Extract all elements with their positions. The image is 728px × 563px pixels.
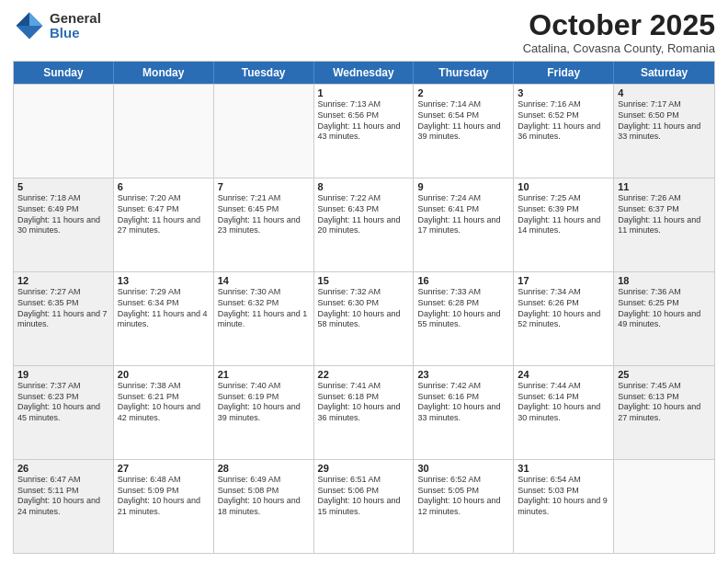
- header-day-monday: Monday: [114, 62, 214, 84]
- header-day-friday: Friday: [514, 62, 614, 84]
- day-number: 28: [218, 463, 310, 474]
- calendar-cell-5-6: 31Sunrise: 6:54 AM Sunset: 5:03 PM Dayli…: [514, 460, 614, 553]
- calendar-cell-2-3: 7Sunrise: 7:21 AM Sunset: 6:45 PM Daylig…: [214, 178, 314, 271]
- day-info: Sunrise: 7:21 AM Sunset: 6:45 PM Dayligh…: [218, 193, 310, 236]
- calendar-week-5: 26Sunrise: 6:47 AM Sunset: 5:11 PM Dayli…: [14, 459, 714, 553]
- header-day-sunday: Sunday: [14, 62, 114, 84]
- day-number: 29: [318, 463, 410, 474]
- day-info: Sunrise: 7:17 AM Sunset: 6:50 PM Dayligh…: [618, 99, 711, 143]
- day-number: 22: [318, 369, 410, 380]
- day-number: 13: [118, 275, 210, 286]
- calendar-cell-2-6: 10Sunrise: 7:25 AM Sunset: 6:39 PM Dayli…: [514, 178, 614, 271]
- day-info: Sunrise: 6:47 AM Sunset: 5:11 PM Dayligh…: [17, 475, 109, 518]
- day-number: 17: [518, 275, 609, 286]
- svg-marker-2: [17, 13, 29, 26]
- calendar-cell-5-7: [614, 460, 714, 553]
- calendar-cell-1-3: [214, 85, 314, 178]
- calendar-cell-4-4: 22Sunrise: 7:41 AM Sunset: 6:18 PM Dayli…: [314, 366, 415, 459]
- day-number: 18: [618, 275, 711, 286]
- calendar-cell-4-3: 21Sunrise: 7:40 AM Sunset: 6:19 PM Dayli…: [214, 366, 314, 459]
- calendar-cell-5-3: 28Sunrise: 6:49 AM Sunset: 5:08 PM Dayli…: [214, 460, 314, 553]
- calendar-week-1: 1Sunrise: 7:13 AM Sunset: 6:56 PM Daylig…: [14, 84, 714, 178]
- calendar-cell-1-5: 2Sunrise: 7:14 AM Sunset: 6:54 PM Daylig…: [414, 85, 514, 178]
- calendar-cell-3-5: 16Sunrise: 7:33 AM Sunset: 6:28 PM Dayli…: [414, 272, 514, 365]
- day-info: Sunrise: 7:27 AM Sunset: 6:35 PM Dayligh…: [17, 287, 109, 330]
- day-number: 4: [618, 87, 711, 98]
- calendar-cell-3-3: 14Sunrise: 7:30 AM Sunset: 6:32 PM Dayli…: [214, 272, 314, 365]
- month-title: October 2025: [523, 9, 715, 41]
- day-info: Sunrise: 7:41 AM Sunset: 6:18 PM Dayligh…: [318, 381, 410, 424]
- calendar-cell-1-7: 4Sunrise: 7:17 AM Sunset: 6:50 PM Daylig…: [614, 85, 714, 178]
- day-number: 10: [518, 181, 609, 192]
- day-number: 9: [417, 181, 509, 192]
- day-info: Sunrise: 7:33 AM Sunset: 6:28 PM Dayligh…: [417, 287, 509, 330]
- calendar-body: 1Sunrise: 7:13 AM Sunset: 6:56 PM Daylig…: [14, 84, 714, 553]
- calendar-cell-2-4: 8Sunrise: 7:22 AM Sunset: 6:43 PM Daylig…: [314, 178, 415, 271]
- calendar-cell-3-4: 15Sunrise: 7:32 AM Sunset: 6:30 PM Dayli…: [314, 272, 415, 365]
- day-info: Sunrise: 7:45 AM Sunset: 6:13 PM Dayligh…: [618, 381, 711, 424]
- day-info: Sunrise: 7:14 AM Sunset: 6:54 PM Dayligh…: [417, 99, 509, 143]
- day-number: 31: [518, 463, 609, 474]
- day-info: Sunrise: 6:52 AM Sunset: 5:05 PM Dayligh…: [417, 475, 509, 518]
- calendar-cell-4-1: 19Sunrise: 7:37 AM Sunset: 6:23 PM Dayli…: [14, 366, 114, 459]
- day-info: Sunrise: 7:36 AM Sunset: 6:25 PM Dayligh…: [618, 287, 711, 330]
- calendar-cell-5-4: 29Sunrise: 6:51 AM Sunset: 5:06 PM Dayli…: [314, 460, 415, 553]
- day-number: 21: [218, 369, 310, 380]
- calendar-cell-1-6: 3Sunrise: 7:16 AM Sunset: 6:52 PM Daylig…: [514, 85, 614, 178]
- calendar-cell-5-1: 26Sunrise: 6:47 AM Sunset: 5:11 PM Dayli…: [14, 460, 114, 553]
- header-day-wednesday: Wednesday: [314, 62, 415, 84]
- day-number: 15: [318, 275, 410, 286]
- day-info: Sunrise: 6:54 AM Sunset: 5:03 PM Dayligh…: [518, 475, 609, 518]
- calendar-cell-2-7: 11Sunrise: 7:26 AM Sunset: 6:37 PM Dayli…: [614, 178, 714, 271]
- calendar: SundayMondayTuesdayWednesdayThursdayFrid…: [13, 61, 715, 554]
- calendar-cell-4-5: 23Sunrise: 7:42 AM Sunset: 6:16 PM Dayli…: [414, 366, 514, 459]
- day-info: Sunrise: 7:20 AM Sunset: 6:47 PM Dayligh…: [118, 193, 210, 236]
- calendar-cell-5-2: 27Sunrise: 6:48 AM Sunset: 5:09 PM Dayli…: [114, 460, 214, 553]
- day-number: 7: [218, 181, 310, 192]
- day-info: Sunrise: 7:38 AM Sunset: 6:21 PM Dayligh…: [118, 381, 210, 424]
- calendar-week-4: 19Sunrise: 7:37 AM Sunset: 6:23 PM Dayli…: [14, 365, 714, 459]
- day-number: 30: [417, 463, 509, 474]
- logo: General Blue: [13, 9, 101, 42]
- day-info: Sunrise: 6:49 AM Sunset: 5:08 PM Dayligh…: [218, 475, 310, 518]
- logo-general-text: General: [50, 11, 101, 27]
- day-info: Sunrise: 7:32 AM Sunset: 6:30 PM Dayligh…: [318, 287, 410, 330]
- day-number: 23: [417, 369, 509, 380]
- logo-blue-text: Blue: [50, 26, 101, 41]
- calendar-week-3: 12Sunrise: 7:27 AM Sunset: 6:35 PM Dayli…: [14, 271, 714, 365]
- svg-marker-1: [29, 13, 42, 26]
- calendar-cell-3-7: 18Sunrise: 7:36 AM Sunset: 6:25 PM Dayli…: [614, 272, 714, 365]
- day-info: Sunrise: 7:16 AM Sunset: 6:52 PM Dayligh…: [518, 99, 609, 143]
- day-number: 2: [417, 87, 509, 98]
- day-number: 26: [17, 463, 109, 474]
- day-number: 8: [318, 181, 410, 192]
- day-info: Sunrise: 7:13 AM Sunset: 6:56 PM Dayligh…: [318, 99, 410, 143]
- day-number: 25: [618, 369, 711, 380]
- title-block: October 2025 Catalina, Covasna County, R…: [523, 9, 715, 55]
- day-info: Sunrise: 7:30 AM Sunset: 6:32 PM Dayligh…: [218, 287, 310, 330]
- day-info: Sunrise: 7:42 AM Sunset: 6:16 PM Dayligh…: [417, 381, 509, 424]
- day-info: Sunrise: 7:25 AM Sunset: 6:39 PM Dayligh…: [518, 193, 609, 236]
- day-number: 5: [17, 181, 109, 192]
- header: General Blue October 2025 Catalina, Cova…: [13, 9, 715, 55]
- calendar-cell-2-1: 5Sunrise: 7:18 AM Sunset: 6:49 PM Daylig…: [14, 178, 114, 271]
- day-info: Sunrise: 7:34 AM Sunset: 6:26 PM Dayligh…: [518, 287, 609, 330]
- calendar-cell-1-1: [14, 85, 114, 178]
- day-info: Sunrise: 6:48 AM Sunset: 5:09 PM Dayligh…: [118, 475, 210, 518]
- location: Catalina, Covasna County, Romania: [523, 41, 715, 55]
- header-day-thursday: Thursday: [414, 62, 514, 84]
- calendar-cell-2-5: 9Sunrise: 7:24 AM Sunset: 6:41 PM Daylig…: [414, 178, 514, 271]
- logo-text: General Blue: [50, 11, 101, 41]
- page: General Blue October 2025 Catalina, Cova…: [0, 0, 728, 563]
- day-number: 3: [518, 87, 609, 98]
- calendar-header-row: SundayMondayTuesdayWednesdayThursdayFrid…: [14, 62, 714, 84]
- day-number: 19: [17, 369, 109, 380]
- day-number: 20: [118, 369, 210, 380]
- day-number: 12: [17, 275, 109, 286]
- day-info: Sunrise: 7:26 AM Sunset: 6:37 PM Dayligh…: [618, 193, 711, 236]
- day-number: 1: [318, 87, 410, 98]
- day-info: Sunrise: 7:22 AM Sunset: 6:43 PM Dayligh…: [318, 193, 410, 236]
- day-number: 16: [417, 275, 509, 286]
- calendar-cell-3-6: 17Sunrise: 7:34 AM Sunset: 6:26 PM Dayli…: [514, 272, 614, 365]
- calendar-cell-5-5: 30Sunrise: 6:52 AM Sunset: 5:05 PM Dayli…: [414, 460, 514, 553]
